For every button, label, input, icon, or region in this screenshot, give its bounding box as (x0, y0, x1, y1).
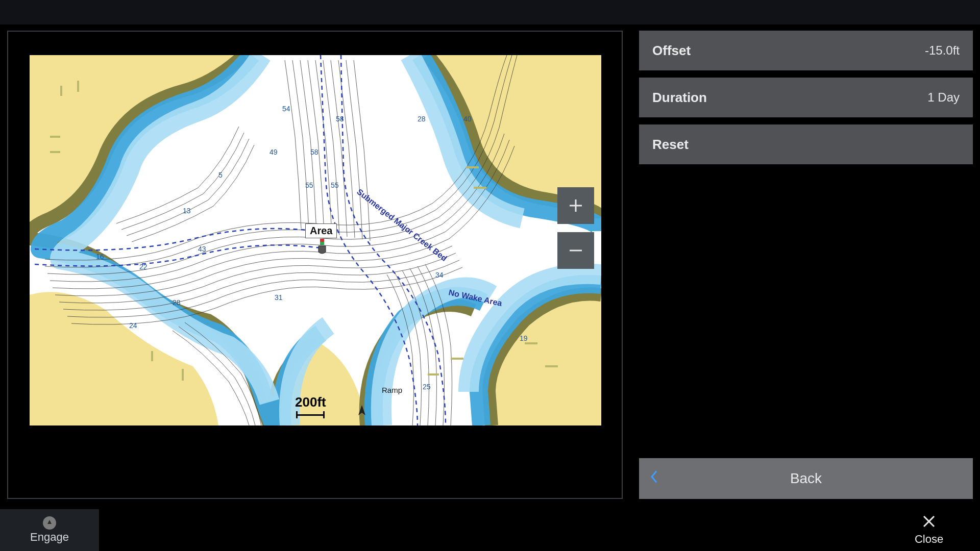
svg-text:22: 22 (139, 263, 148, 271)
reset-label: Reset (652, 137, 689, 153)
area-marker-label: Area (305, 223, 337, 238)
duration-row[interactable]: Duration 1 Day (639, 78, 973, 117)
ramp-label: Ramp (382, 386, 402, 394)
settings-panel: Offset -15.0ft Duration 1 Day Reset Back (639, 31, 973, 499)
engage-icon (43, 516, 56, 530)
back-label: Back (790, 470, 822, 487)
svg-text:19: 19 (520, 334, 528, 342)
chart-frame: Submerged Major Creek Bed No Wake Area R… (7, 31, 623, 499)
north-arrow-icon (356, 404, 368, 419)
duration-value: 1 Day (927, 90, 960, 105)
duration-label: Duration (652, 90, 707, 106)
scale-label: 200ft (295, 394, 326, 410)
svg-text:54: 54 (282, 105, 290, 113)
boat-icon (316, 239, 328, 254)
engage-label: Engage (30, 531, 69, 544)
close-label: Close (915, 533, 943, 546)
svg-text:25: 25 (423, 383, 431, 391)
title-bar (0, 0, 980, 24)
bottom-bar: Engage Close (0, 509, 980, 551)
chart-canvas[interactable]: Submerged Major Creek Bed No Wake Area R… (30, 55, 601, 425)
svg-rect-31 (320, 239, 324, 242)
scale-indicator: 200ft (295, 394, 326, 418)
svg-text:55: 55 (305, 181, 313, 189)
reset-row[interactable]: Reset (639, 124, 973, 164)
svg-text:58: 58 (310, 148, 318, 156)
svg-text:43: 43 (198, 245, 206, 253)
offset-label: Offset (652, 43, 691, 59)
engage-button[interactable]: Engage (0, 509, 99, 551)
back-button[interactable]: Back (639, 458, 973, 499)
svg-text:28: 28 (173, 298, 181, 307)
svg-text:31: 31 (275, 293, 283, 302)
offset-value: -15.0ft (925, 43, 960, 58)
svg-text:55: 55 (331, 181, 339, 189)
chevron-left-icon (649, 469, 659, 488)
close-icon (922, 514, 936, 532)
svg-text:49: 49 (270, 148, 278, 156)
svg-text:34: 34 (435, 271, 444, 279)
svg-text:24: 24 (129, 321, 137, 330)
svg-rect-32 (320, 242, 324, 245)
offset-row[interactable]: Offset -15.0ft (639, 31, 973, 70)
zoom-in-button[interactable] (557, 187, 594, 224)
svg-text:58: 58 (336, 115, 344, 123)
zoom-out-button[interactable] (557, 232, 594, 269)
svg-text:40: 40 (463, 115, 472, 123)
close-button[interactable]: Close (878, 509, 980, 551)
svg-text:16: 16 (96, 253, 104, 261)
svg-text:13: 13 (183, 207, 191, 215)
svg-text:28: 28 (418, 115, 426, 123)
svg-text:5: 5 (218, 171, 223, 179)
